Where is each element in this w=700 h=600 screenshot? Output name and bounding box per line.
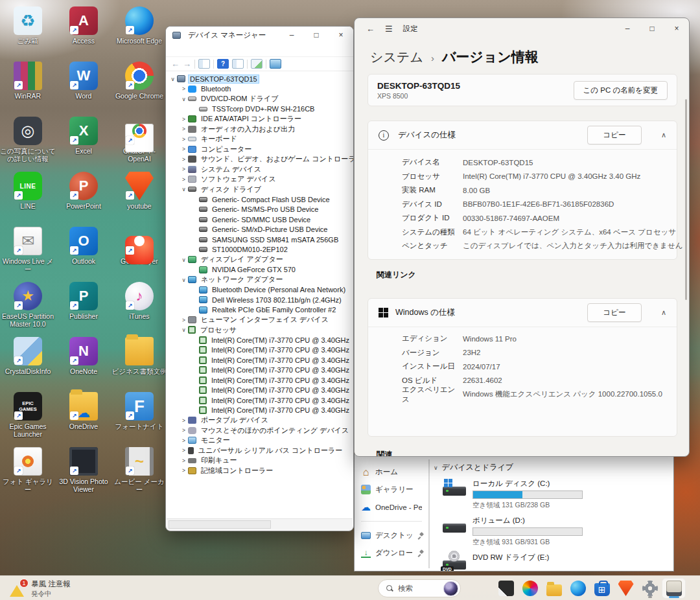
menu-item[interactable] bbox=[169, 49, 179, 51]
desktop-icon[interactable]: P PowerPoint bbox=[56, 169, 111, 224]
desktop-icon[interactable]: Microsoft Edge bbox=[111, 4, 167, 59]
desktop-icon[interactable]: A Access bbox=[56, 4, 111, 59]
desktop-icon[interactable]: N OneNote bbox=[56, 334, 111, 389]
desktop-icon[interactable]: ~ ムービー メーカー bbox=[111, 444, 167, 500]
close-button[interactable]: × bbox=[329, 27, 353, 43]
device-tree-item[interactable]: > Bluetooth bbox=[166, 84, 353, 95]
device-tree-item[interactable]: Generic- MS/MS-Pro USB Device bbox=[166, 205, 353, 215]
desktop-icon[interactable]: P Publisher bbox=[56, 279, 111, 334]
taskbar-app[interactable] bbox=[566, 578, 590, 599]
desktop-icon[interactable]: WinRAR bbox=[0, 59, 56, 114]
device-tree-item[interactable]: Bluetooth Device (Personal Area Network) bbox=[166, 285, 353, 295]
desktop-icon[interactable]: ChatGPT - OpenAI bbox=[111, 114, 167, 169]
device-tree-item[interactable]: TSSTcorp DVD+-RW SH-216CB bbox=[166, 104, 353, 115]
device-tree-item[interactable]: Intel(R) Core(TM) i7-3770 CPU @ 3.40GHz bbox=[166, 345, 353, 356]
rename-pc-button[interactable]: この PC の名前を変更 bbox=[574, 81, 668, 100]
desktop-icon[interactable]: ✉ Windows Live メー bbox=[0, 224, 56, 279]
device-tree-item[interactable]: > ソフトウェア デバイス bbox=[166, 174, 353, 185]
explorer-sidebar-item[interactable]: デスクトップ bbox=[355, 527, 428, 544]
desktop-icon[interactable]: ☁ OneDrive bbox=[56, 389, 111, 444]
show-pane-icon[interactable] bbox=[198, 59, 210, 69]
device-tree-item[interactable]: > ヒューマン インターフェイス デバイス bbox=[166, 315, 353, 325]
desktop-icon[interactable]: Google Chrome bbox=[111, 59, 167, 114]
bing-daily-image[interactable] bbox=[443, 581, 458, 596]
tree-chevron-icon[interactable]: > bbox=[180, 437, 188, 444]
tree-chevron-icon[interactable]: ∨ bbox=[169, 76, 177, 82]
breadcrumb-system[interactable]: システム bbox=[370, 49, 423, 66]
help-icon[interactable]: ? bbox=[217, 59, 229, 69]
tree-chevron-icon[interactable]: > bbox=[180, 166, 188, 172]
tree-chevron-icon[interactable]: > bbox=[180, 417, 188, 424]
device-tree-item[interactable]: Intel(R) Core(TM) i7-3770 CPU @ 3.40GHz bbox=[166, 375, 353, 386]
desktop-icon[interactable]: CrystalDiskInfo bbox=[0, 334, 56, 389]
back-icon[interactable]: ← bbox=[366, 24, 375, 34]
hamburger-menu-icon[interactable]: ☰ bbox=[385, 24, 393, 34]
tree-chevron-icon[interactable]: ∨ bbox=[180, 277, 188, 283]
tree-chevron-icon[interactable]: > bbox=[180, 447, 188, 454]
desktop-icon[interactable]: 3D Vision Photo Viewer bbox=[56, 444, 111, 500]
device-tree-item[interactable]: Generic- Compact Flash USB Device bbox=[166, 194, 353, 205]
tree-chevron-icon[interactable]: ∨ bbox=[180, 257, 188, 263]
device-tree-item[interactable]: Generic- SM/xD-Picture USB Device bbox=[166, 225, 353, 235]
forward-icon[interactable]: → bbox=[183, 59, 191, 69]
taskbar-search[interactable]: 検索 bbox=[378, 579, 461, 597]
close-button[interactable]: × bbox=[664, 19, 689, 38]
device-tree-item[interactable]: Dell Wireless 1703 802.11b/g/n (2.4GHz) bbox=[166, 295, 353, 305]
device-tree-item[interactable]: > ユニバーサル シリアル バス コントローラー bbox=[166, 446, 353, 456]
tree-chevron-icon[interactable]: > bbox=[180, 86, 188, 92]
taskbar-app[interactable] bbox=[542, 578, 566, 599]
device-tree-item[interactable]: ∨ ネットワーク アダプター bbox=[166, 275, 353, 285]
device-tree-item[interactable]: SAMSUNG SSD SM841 mSATA 256GB bbox=[166, 235, 353, 245]
device-tree-item[interactable]: > ポータブル デバイス bbox=[166, 415, 353, 426]
explorer-sidebar-item[interactable]: ダウンロード bbox=[355, 544, 428, 562]
taskbar-app[interactable] bbox=[494, 578, 518, 599]
device-tree-item[interactable]: ∨ ディスク ドライブ bbox=[166, 185, 353, 195]
device-tree-item[interactable]: > モニター bbox=[166, 435, 353, 446]
drive-item[interactable]: ボリューム (D:) 空き領域 931 GB/931 GB bbox=[443, 516, 673, 547]
explorer-sidebar-item[interactable]: OneDrive - Pers bbox=[355, 498, 428, 516]
start-button[interactable] bbox=[355, 582, 369, 596]
device-tree-item[interactable]: > 印刷キュー bbox=[166, 456, 353, 466]
taskbar-app[interactable] bbox=[614, 578, 638, 599]
device-tree-item[interactable]: NVIDIA GeForce GTX 570 bbox=[166, 265, 353, 275]
device-tree-item[interactable]: ∨ プロセッサ bbox=[166, 325, 353, 336]
device-tree-item[interactable]: ST1000DM010-2EP102 bbox=[166, 245, 353, 255]
scan-hardware-icon[interactable] bbox=[251, 59, 262, 69]
desktop-icon[interactable]: W Word bbox=[56, 59, 111, 114]
chevron-up-icon[interactable]: ∧ bbox=[661, 131, 666, 139]
properties-icon[interactable] bbox=[232, 59, 244, 69]
device-tree-item[interactable]: Realtek PCIe GbE Family Controller #2 bbox=[166, 305, 353, 316]
copy-button[interactable]: コピー bbox=[587, 303, 642, 322]
desktop-icon[interactable]: ♪ iTunes bbox=[111, 279, 167, 334]
desktop-icon[interactable]: LINE LINE bbox=[0, 169, 56, 224]
desktop-icon[interactable]: ★ EaseUS Partition Master 10.0 bbox=[0, 279, 56, 334]
device-tree-item[interactable]: Intel(R) Core(TM) i7-3770 CPU @ 3.40GHz bbox=[166, 386, 353, 396]
desktop-icon[interactable]: ♻ ごみ箱 bbox=[0, 4, 56, 59]
device-tree-item[interactable]: > システム デバイス bbox=[166, 165, 353, 175]
taskbar-app[interactable] bbox=[590, 578, 614, 599]
device-tree-item[interactable]: > サウンド、ビデオ、およびゲーム コントローラー bbox=[166, 154, 353, 165]
tree-chevron-icon[interactable]: ∨ bbox=[180, 186, 188, 192]
device-tree-item[interactable]: > キーボード bbox=[166, 134, 353, 144]
device-tree-item[interactable]: Intel(R) Core(TM) i7-3770 CPU @ 3.40GHz bbox=[166, 406, 353, 416]
device-manager-titlebar[interactable]: デバイス マネージャー – □ × bbox=[166, 27, 353, 43]
taskbar-app[interactable] bbox=[638, 578, 662, 599]
tree-chevron-icon[interactable]: > bbox=[180, 126, 188, 132]
desktop-icon[interactable]: X Excel bbox=[56, 114, 111, 169]
tree-chevron-icon[interactable]: > bbox=[180, 467, 188, 474]
copy-button[interactable]: コピー bbox=[587, 126, 642, 144]
minimize-button[interactable]: – bbox=[279, 27, 304, 43]
device-tree-item[interactable]: > オーディオの入力および出力 bbox=[166, 124, 353, 135]
taskbar-app[interactable] bbox=[518, 578, 542, 599]
maximize-button[interactable]: □ bbox=[640, 19, 664, 38]
horizontal-scrollbar[interactable] bbox=[167, 518, 353, 530]
device-tree-item[interactable]: > コンピューター bbox=[166, 144, 353, 155]
device-tree-item[interactable]: ∨ DVD/CD-ROM ドライブ bbox=[166, 94, 353, 104]
taskbar-app[interactable] bbox=[662, 578, 686, 599]
device-tree-item[interactable]: Generic- SD/MMC USB Device bbox=[166, 214, 353, 225]
drive-item[interactable]: ローカル ディスク (C:) 空き領域 131 GB/238 GB bbox=[443, 479, 673, 510]
menu-item[interactable] bbox=[180, 49, 191, 51]
desktop-icon[interactable]: youtube bbox=[111, 169, 167, 224]
desktop-icon[interactable]: O Outlook bbox=[56, 224, 111, 279]
weather-widget[interactable]: 1 暴風 注意報 発令中 bbox=[5, 578, 75, 600]
